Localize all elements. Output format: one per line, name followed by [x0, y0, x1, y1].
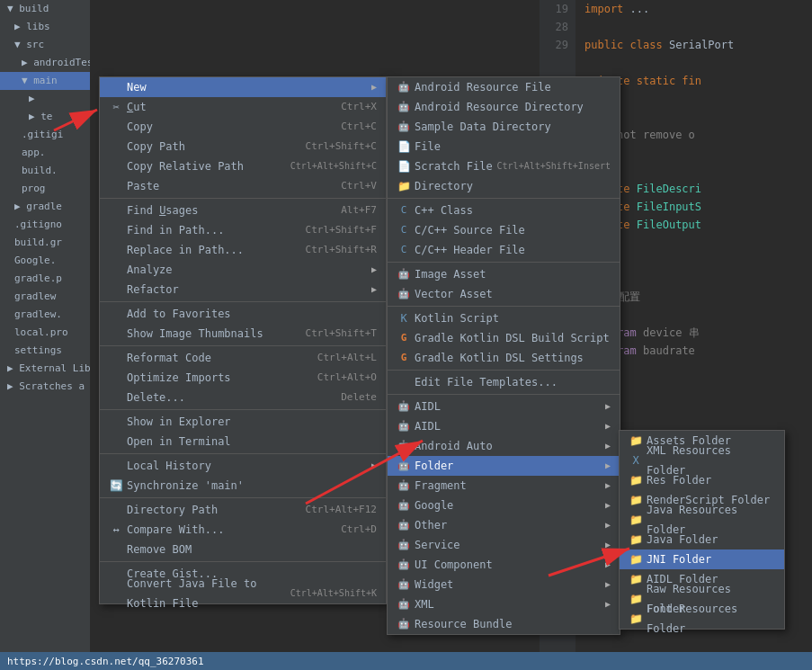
menu-item-activity[interactable]: 🤖 AIDL ▶: [388, 416, 620, 436]
menu-item-directory[interactable]: 📁 Directory: [388, 176, 620, 196]
menu-item-gradle-kotlin-build[interactable]: G Gradle Kotlin DSL Build Script: [388, 328, 620, 348]
tree-item[interactable]: ▶ gradle: [0, 198, 90, 216]
menu-item-copy-path[interactable]: Copy Path Ctrl+Shift+C: [100, 137, 386, 156]
tree-item-external-lib[interactable]: ▶ External Lib: [0, 360, 90, 378]
tree-item[interactable]: Google.: [0, 252, 90, 270]
menu-item-image-asset[interactable]: 🤖 Image Asset: [388, 264, 620, 284]
menu-item-copy[interactable]: Copy Ctrl+C: [100, 117, 386, 137]
tree-item[interactable]: gradlew.: [0, 306, 90, 324]
submenu-arrow: ▶: [605, 416, 611, 436]
java-res-icon: 📁: [629, 510, 643, 530]
menu-item-android-auto[interactable]: 🤖 Android Auto ▶: [388, 436, 620, 456]
tree-item[interactable]: local.pro: [0, 324, 90, 342]
menu-item-java-resources-folder[interactable]: 📁 Java Resources Folder: [620, 510, 784, 530]
submenu-arrow: ▶: [371, 77, 377, 97]
menu-item-android-resource-file[interactable]: 🤖 Android Resource File: [388, 77, 620, 97]
menu-item-res-folder[interactable]: 📁 Res Folder: [620, 470, 784, 490]
submenu-arrow: ▶: [605, 476, 611, 496]
menu-item-service[interactable]: 🤖 Service ▶: [388, 535, 620, 555]
menu-item-open-terminal[interactable]: Open in Terminal: [100, 432, 386, 451]
tree-item[interactable]: ▶ te: [0, 108, 90, 126]
menu-item-copy-relative-path[interactable]: Copy Relative Path Ctrl+Alt+Shift+C: [100, 156, 386, 176]
menu-item-optimize-imports[interactable]: Optimize Imports Ctrl+Alt+O: [100, 368, 386, 388]
tree-item[interactable]: build.: [0, 162, 90, 180]
menu-item-directory-path[interactable]: Directory Path Ctrl+Alt+F12: [100, 500, 386, 520]
android-icon: 🤖: [397, 555, 411, 575]
menu-separator: [100, 497, 386, 498]
menu-item-compare-with[interactable]: ↔ Compare With... Ctrl+D: [100, 520, 386, 540]
menu-item-show-explorer[interactable]: Show in Explorer: [100, 412, 386, 432]
tree-item[interactable]: .gitignо: [0, 216, 90, 234]
menu-item-cpp-class[interactable]: C C++ Class: [388, 201, 620, 220]
menu-item-cpp-header[interactable]: C C/C++ Header File: [388, 240, 620, 260]
menu-item-refactor[interactable]: Refactor ▶: [100, 280, 386, 299]
kotlin-icon: K: [397, 308, 411, 328]
menu-item-show-thumbnails[interactable]: Show Image Thumbnails Ctrl+Shift+T: [100, 324, 386, 344]
menu-item-synchronize[interactable]: 🔄 Synchronize 'main': [100, 476, 386, 496]
menu-item-font-resources-folder[interactable]: 📁 Font Resources Folder: [620, 609, 784, 629]
context-menu-main: New ▶ ✂ Cut Ctrl+X Copy Ctrl+C Copy Path…: [99, 76, 387, 604]
android-icon: 🤖: [397, 416, 411, 436]
tree-item[interactable]: ▶ androidTest: [0, 54, 90, 72]
menu-item-replace-in-path[interactable]: Replace in Path... Ctrl+Shift+R: [100, 240, 386, 260]
android-icon: 🤖: [397, 614, 411, 634]
submenu-arrow: ▶: [605, 575, 611, 594]
tree-item[interactable]: .gitigi: [0, 126, 90, 144]
menu-item-analyze[interactable]: Analyze ▶: [100, 260, 386, 280]
menu-item-reformat[interactable]: Reformat Code Ctrl+Alt+L: [100, 348, 386, 368]
menu-item-jni-folder[interactable]: 📁 JNI Folder: [620, 549, 784, 569]
menu-item-resource-bundle[interactable]: 🤖 Resource Bundle: [388, 614, 620, 634]
menu-item-google[interactable]: 🤖 Google ▶: [388, 496, 620, 515]
menu-item-find-usages[interactable]: Find Usages Alt+F7: [100, 201, 386, 220]
menu-separator: [388, 370, 620, 371]
menu-item-vector-asset[interactable]: 🤖 Vector Asset: [388, 284, 620, 304]
menu-item-java-folder[interactable]: 📁 Java Folder: [620, 530, 784, 549]
menu-item-add-favorites[interactable]: Add to Favorites: [100, 304, 386, 324]
menu-item-ui-component[interactable]: 🤖 UI Component ▶: [388, 555, 620, 575]
menu-item-aidl[interactable]: 🤖 AIDL ▶: [388, 397, 620, 416]
menu-separator: [388, 262, 620, 263]
menu-item-convert-kotlin[interactable]: Convert Java File to Kotlin File Ctrl+Al…: [100, 584, 386, 603]
tree-item-scratches[interactable]: ▶ Scratches a: [0, 378, 90, 396]
menu-item-folder[interactable]: 🤖 Folder ▶: [388, 456, 620, 476]
tree-item[interactable]: ▼ src: [0, 36, 90, 54]
menu-item-paste[interactable]: Paste Ctrl+V: [100, 176, 386, 196]
tree-item[interactable]: ▶: [0, 90, 90, 108]
tree-item[interactable]: gradle.p: [0, 270, 90, 288]
tree-item[interactable]: app.: [0, 144, 90, 162]
menu-item-scratch-file[interactable]: 📄 Scratch File Ctrl+Alt+Shift+Insert: [388, 156, 620, 176]
tree-item-main[interactable]: ▼ main: [0, 72, 90, 90]
menu-item-fragment[interactable]: 🤖 Fragment ▶: [388, 476, 620, 496]
menu-item-xml-resources-folder[interactable]: X XML Resources Folder: [620, 451, 784, 470]
menu-item-cpp-source[interactable]: C C/C++ Source File: [388, 220, 620, 240]
menu-item-new[interactable]: New ▶: [100, 77, 386, 97]
menu-item-delete[interactable]: Delete... Delete: [100, 388, 386, 407]
android-icon: 🤖: [397, 515, 411, 535]
menu-item-sample-data-dir[interactable]: 🤖 Sample Data Directory: [388, 117, 620, 137]
tree-item[interactable]: gradlew: [0, 288, 90, 306]
line-num: 19: [540, 0, 576, 18]
tree-item[interactable]: build.gr: [0, 234, 90, 252]
tree-item[interactable]: prog: [0, 180, 90, 198]
menu-item-other[interactable]: 🤖 Other ▶: [388, 515, 620, 535]
menu-separator: [100, 198, 386, 199]
jni-icon: 📁: [629, 549, 643, 569]
menu-item-remove-bom[interactable]: Remove BOM: [100, 540, 386, 559]
menu-item-android-resource-dir[interactable]: 🤖 Android Resource Directory: [388, 97, 620, 117]
menu-item-local-history[interactable]: Local History ▶: [100, 456, 386, 476]
menu-item-xml[interactable]: 🤖 XML ▶: [388, 594, 620, 614]
tree-item[interactable]: ▼ build: [0, 0, 90, 18]
menu-separator: [388, 394, 620, 395]
menu-item-file[interactable]: 📄 File: [388, 137, 620, 156]
tree-item[interactable]: settings: [0, 342, 90, 360]
menu-item-widget[interactable]: 🤖 Widget ▶: [388, 575, 620, 594]
menu-item-cut[interactable]: ✂ Cut Ctrl+X: [100, 97, 386, 117]
submenu-arrow: ▶: [371, 456, 377, 476]
menu-item-kotlin-script[interactable]: K Kotlin Script: [388, 308, 620, 328]
submenu-arrow: ▶: [371, 260, 377, 280]
menu-item-gradle-kotlin-settings[interactable]: G Gradle Kotlin DSL Settings: [388, 348, 620, 368]
tree-item[interactable]: ▶ libs: [0, 18, 90, 36]
menu-item-find-in-path[interactable]: Find in Path... Ctrl+Shift+F: [100, 220, 386, 240]
menu-item-edit-templates[interactable]: Edit File Templates...: [388, 372, 620, 392]
cut-icon: ✂: [109, 97, 123, 117]
